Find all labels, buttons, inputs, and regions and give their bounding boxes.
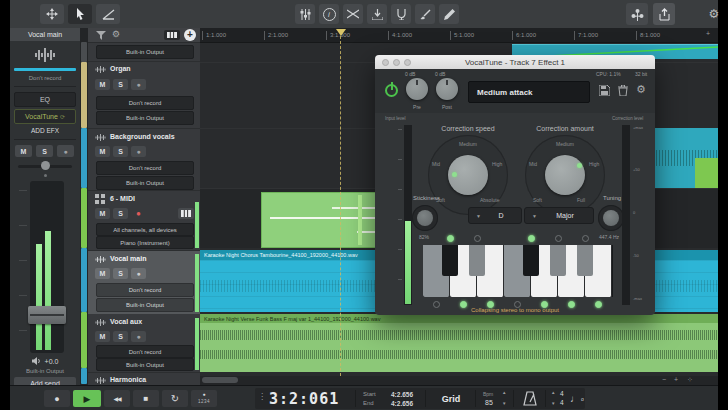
track-name[interactable]: Vocal main [110,255,146,262]
bpm-value[interactable]: 85 [485,399,493,406]
track-arm-button[interactable]: ● [131,331,146,342]
time-display[interactable]: 3:2:061 [269,390,339,408]
monitor-button[interactable] [391,4,411,24]
plugin-titlebar[interactable]: VocalTune - Track 7 Effect 1 [375,55,655,70]
speed-option[interactable]: Medium [454,141,482,147]
plugin-keyboard[interactable] [423,245,613,297]
track-record-mode-button[interactable]: Don't record [96,283,194,297]
speed-option[interactable]: Absolute [480,197,499,203]
h-scrollbar-handle[interactable] [202,377,238,383]
grid-button[interactable]: Grid [430,388,472,409]
eq-button[interactable]: EQ [14,92,76,107]
fader-handle[interactable] [28,306,66,324]
add-track-button[interactable]: + [184,29,196,41]
keyboard-view-icon[interactable] [164,30,180,40]
stop-button[interactable]: ■ [133,390,159,407]
midi-instrument-button[interactable]: Piano (Instrument) [96,236,194,249]
pre-gain-knob[interactable] [406,78,428,100]
punch-button[interactable] [367,4,387,24]
delete-preset-icon[interactable] [618,85,628,96]
mixer-view-button[interactable] [295,4,315,24]
correction-speed-knob[interactable]: Medium Mid High Soft Absolute [428,135,508,215]
track-record-mode-button[interactable]: Don't record [96,161,194,175]
track-output-button[interactable]: Built-in Output [96,358,194,371]
ruler-expand-icon[interactable]: + [706,30,710,37]
track-mute-button[interactable]: M [95,208,110,219]
plugin-settings-icon[interactable]: ⚙ [636,83,646,96]
pencil-button[interactable] [439,4,459,24]
sig-up-icon[interactable]: ▲ [551,390,555,395]
mixer-record-mode[interactable]: Don't record [10,74,80,82]
brush-button[interactable] [415,4,435,24]
effects-tree-button[interactable] [626,3,648,25]
playhead-marker[interactable] [336,29,346,36]
post-gain-knob[interactable] [436,78,458,100]
end-value[interactable]: 4:2.656 [391,400,413,407]
track-output-button[interactable]: Built-in Output [96,176,194,190]
track-solo-button[interactable]: S [113,146,128,157]
track-mute-button[interactable]: M [95,146,110,157]
stickiness-knob[interactable] [412,205,438,231]
plugin-window[interactable]: VocalTune - Track 7 Effect 1 0 dB 0 dB C… [375,55,655,315]
crossfade-button[interactable] [343,4,363,24]
track-mute-button[interactable]: M [95,268,110,279]
speed-option[interactable]: Mid [432,161,440,167]
settings-gear-icon[interactable]: ⚙ [704,4,724,24]
midi-input-button[interactable]: All channels, all devices [96,223,194,236]
track-name[interactable]: Organ [110,65,131,72]
piano-roll-icon[interactable] [178,208,194,219]
start-value[interactable]: 4:2.656 [391,391,413,398]
correction-amount-knob[interactable]: Medium Mid High Soft Full [525,135,605,215]
zoom-window-icon[interactable] [404,59,411,66]
amount-option[interactable]: Medium [551,141,579,147]
loop-button[interactable]: ↻ [162,390,188,407]
close-window-icon[interactable] [382,59,389,66]
sig-down-icon[interactable]: ▼ [551,401,555,406]
key-F#[interactable] [523,245,539,276]
track-record-dot[interactable]: ● [131,208,146,219]
track-solo-button[interactable]: S [113,208,128,219]
panel-gear-icon[interactable]: ⚙ [112,29,120,39]
track-mute-button[interactable]: M [95,331,110,342]
metronome-button[interactable] [518,390,542,407]
amount-option[interactable]: Full [577,197,585,203]
key-C#[interactable] [442,245,458,276]
scale-dropdown[interactable]: ▼ Major [524,207,594,224]
h-scrollbar[interactable]: − + ⁘ [200,376,718,385]
zoom-out-icon[interactable]: − [662,376,666,383]
track-record-mode-button[interactable]: Don't record [96,96,194,110]
cursor-tool-button[interactable] [68,4,92,24]
note-value-button[interactable]: ♩o [569,388,585,409]
zoom-in-icon[interactable]: + [674,376,678,383]
track-record-mode-button[interactable]: Don't record [96,345,194,358]
key-A#[interactable] [577,245,593,276]
tuning-knob[interactable] [598,205,624,231]
play-button[interactable]: ▶ [73,390,101,407]
vocaltune-effect-button[interactable]: VocalTune ⟳ [14,109,76,124]
timeline-ruler[interactable]: 1:1.0002:1.0003:1.0004:1.0005:1.0006:1.0… [200,28,718,43]
track-arm-button[interactable]: ● [131,79,146,90]
record-button[interactable]: ● [44,390,70,407]
key-G#[interactable] [550,245,566,276]
track-arm-button[interactable]: ● [131,268,146,279]
mixer-record-arm-button[interactable]: ● [57,145,74,157]
save-preset-icon[interactable] [599,85,610,96]
rewind-button[interactable]: ◀◀ [104,390,130,407]
playhead-line[interactable] [340,36,341,376]
mixer-output[interactable]: Built-in Output [10,367,80,375]
track-name[interactable]: Background vocals [110,133,175,140]
track-mute-button[interactable]: M [95,79,110,90]
filter-icon[interactable] [96,31,106,40]
time-format-selector[interactable]: ⋮ [258,392,266,401]
track-output-button[interactable]: Built-in Output [96,111,194,125]
bpm-down-icon[interactable]: ▼ [502,401,506,406]
track-solo-button[interactable]: S [113,331,128,342]
track-name[interactable]: Harmonica [110,376,146,383]
track-arm-button[interactable]: ● [131,146,146,157]
share-button[interactable] [653,3,675,25]
minimize-window-icon[interactable] [393,59,400,66]
mixer-solo-button[interactable]: S [36,145,53,157]
count-in-button[interactable]: ● 1234 [191,390,217,407]
pan-slider-handle[interactable] [41,161,50,170]
add-efx-button[interactable]: ADD EFX [10,126,80,135]
